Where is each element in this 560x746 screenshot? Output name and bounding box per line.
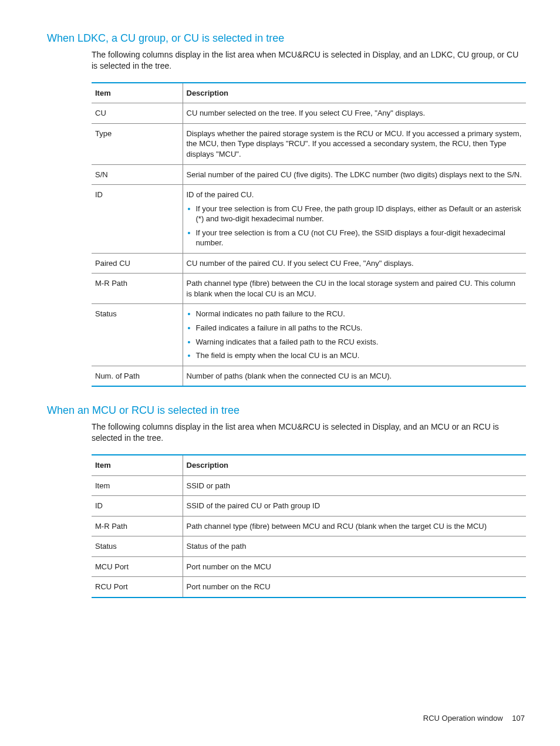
table-row: TypeDisplays whether the paired storage …	[92, 123, 526, 164]
col-header-desc: Description	[183, 83, 526, 103]
table-row: ItemSSID or path	[92, 475, 526, 496]
cell-list: If your tree selection is from CU Free, …	[187, 204, 523, 248]
cell-item: M-R Path	[92, 516, 183, 536]
cell-item: RCU Port	[92, 577, 183, 598]
table-row: Paired CUCU number of the paired CU. If …	[92, 253, 526, 274]
footer-page: 107	[512, 714, 525, 723]
cell-item: Paired CU	[92, 253, 183, 274]
cell-desc: Serial number of the paired CU (five dig…	[183, 164, 526, 185]
list-item: Failed indicates a failure in all paths …	[187, 323, 523, 333]
cell-desc: SSID or path	[183, 475, 526, 496]
cell-item: M-R Path	[92, 274, 183, 304]
col-header-desc: Description	[183, 455, 526, 475]
cell-item: Item	[92, 475, 183, 496]
cell-desc: Number of paths (blank when the connecte…	[183, 366, 526, 386]
list-item: If your tree selection is from a CU (not…	[187, 228, 523, 248]
col-header-item: Item	[92, 83, 183, 103]
cell-desc: Port number on the RCU	[183, 577, 526, 598]
cell-desc: Path channel type (fibre) between the CU…	[183, 274, 526, 304]
cell-list: Normal indicates no path failure to the …	[187, 309, 523, 360]
section-heading: When an MCU or RCU is selected in tree	[47, 404, 525, 417]
cell-desc: Port number on the MCU	[183, 556, 526, 577]
cell-desc: ID of the paired CU.If your tree selecti…	[183, 185, 526, 254]
cell-text: SSID of the paired CU or Path group ID	[187, 501, 523, 511]
section-mcu-rcu: When an MCU or RCU is selected in tree T…	[35, 404, 525, 598]
table-row: M-R PathPath channel type (fibre) betwee…	[92, 274, 526, 304]
table-row: StatusStatus of the path	[92, 536, 526, 557]
cell-item: Num. of Path	[92, 366, 183, 386]
cell-item: ID	[92, 496, 183, 517]
cell-text: CU number of the paired CU. If you selec…	[187, 258, 523, 269]
table-row: StatusNormal indicates no path failure t…	[92, 304, 526, 366]
table-row: MCU PortPort number on the MCU	[92, 556, 526, 577]
list-item: The field is empty when the local CU is …	[187, 350, 523, 361]
cell-desc: SSID of the paired CU or Path group ID	[183, 496, 526, 517]
list-item: Normal indicates no path failure to the …	[187, 309, 523, 319]
table-row: IDID of the paired CU.If your tree selec…	[92, 185, 526, 254]
section-intro: The following columns display in the lis…	[92, 49, 519, 72]
table-body: CUCU number selected on the tree. If you…	[92, 103, 526, 386]
cell-text: Path channel type (fibre) between MCU an…	[187, 521, 523, 532]
cell-text: ID of the paired CU.	[187, 190, 523, 200]
cell-text: Number of paths (blank when the connecte…	[187, 371, 523, 382]
cell-desc: Normal indicates no path failure to the …	[183, 304, 526, 366]
section-ldkc: When LDKC, a CU group, or CU is selected…	[35, 32, 525, 387]
cell-item: MCU Port	[92, 556, 183, 577]
section-intro: The following columns display in the lis…	[92, 421, 519, 444]
table-row: S/NSerial number of the paired CU (five …	[92, 164, 526, 185]
table-row: M-R PathPath channel type (fibre) betwee…	[92, 516, 526, 536]
cell-item: ID	[92, 185, 183, 254]
table-header-row: Item Description	[92, 83, 526, 103]
cell-item: Status	[92, 304, 183, 366]
cell-text: Status of the path	[187, 541, 523, 552]
list-item: Warning indicates that a failed path to …	[187, 337, 523, 347]
cell-text: Path channel type (fibre) between the CU…	[187, 278, 523, 299]
table-row: Num. of PathNumber of paths (blank when …	[92, 366, 526, 386]
cell-item: S/N	[92, 164, 183, 185]
cell-item: Status	[92, 536, 183, 557]
table-row: IDSSID of the paired CU or Path group ID	[92, 496, 526, 517]
col-header-item: Item	[92, 455, 183, 475]
cell-text: Port number on the MCU	[187, 562, 523, 572]
table-row: RCU PortPort number on the RCU	[92, 577, 526, 598]
cell-desc: CU number of the paired CU. If you selec…	[183, 253, 526, 274]
table-ldkc: Item Description CUCU number selected on…	[92, 82, 526, 387]
cell-text: SSID or path	[187, 481, 523, 491]
cell-text: Port number on the RCU	[187, 582, 523, 592]
cell-text: CU number selected on the tree. If you s…	[187, 108, 523, 119]
section-heading: When LDKC, a CU group, or CU is selected…	[47, 32, 525, 45]
cell-desc: Displays whether the paired storage syst…	[183, 123, 526, 164]
cell-desc: Path channel type (fibre) between MCU an…	[183, 516, 526, 536]
cell-text: Serial number of the paired CU (five dig…	[187, 170, 523, 180]
cell-text: Displays whether the paired storage syst…	[187, 129, 523, 160]
footer-title: RCU Operation window	[423, 714, 503, 723]
table-row: CUCU number selected on the tree. If you…	[92, 103, 526, 124]
cell-item: CU	[92, 103, 183, 124]
table-body: ItemSSID or pathIDSSID of the paired CU …	[92, 475, 526, 598]
list-item: If your tree selection is from CU Free, …	[187, 204, 523, 224]
table-mcu-rcu: Item Description ItemSSID or pathIDSSID …	[92, 454, 526, 598]
cell-desc: Status of the path	[183, 536, 526, 557]
cell-desc: CU number selected on the tree. If you s…	[183, 103, 526, 124]
table-header-row: Item Description	[92, 455, 526, 475]
page-footer: RCU Operation window 107	[423, 714, 525, 723]
cell-item: Type	[92, 123, 183, 164]
